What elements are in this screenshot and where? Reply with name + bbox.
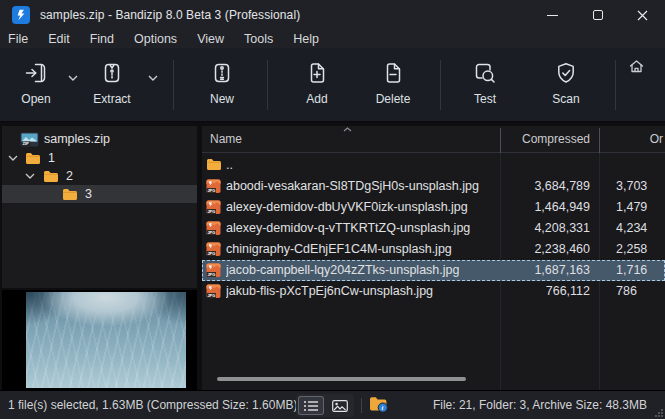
new-archive-icon: [209, 58, 235, 88]
image-view-icon: [332, 400, 348, 412]
file-row[interactable]: JPG alexey-demidov-q-vTTKRTtZQ-unsplash.…: [202, 218, 665, 239]
extract-icon: [99, 58, 125, 88]
folder-icon: [206, 158, 222, 171]
sort-ascending-icon: [343, 127, 352, 132]
statusbar-separator: [361, 398, 362, 413]
menu-view[interactable]: View: [187, 30, 234, 48]
svg-text:JPG: JPG: [207, 230, 215, 235]
menu-tools[interactable]: Tools: [234, 30, 283, 48]
svg-text:JPG: JPG: [207, 188, 215, 193]
view-toggle-group: [296, 394, 354, 417]
close-button[interactable]: [620, 0, 665, 30]
file-compressed-size: 1,464,949: [442, 197, 590, 218]
test-archive-icon: [472, 58, 498, 88]
svg-text:JPG: JPG: [207, 272, 215, 277]
menu-options[interactable]: Options: [124, 30, 187, 48]
jpg-file-icon: JPG: [206, 242, 221, 257]
selection-info: 1 file(s) selected, 1.63MB (Compressed S…: [8, 391, 296, 419]
jpg-file-icon: JPG: [206, 284, 221, 299]
menu-help[interactable]: Help: [283, 30, 329, 48]
menu-edit[interactable]: Edit: [38, 30, 80, 48]
column-divider[interactable]: [500, 128, 501, 153]
file-row[interactable]: JPG alexey-demidov-dbUyVKF0izk-unsplash.…: [202, 197, 665, 218]
tree-item-folder-2[interactable]: 2: [2, 167, 197, 185]
file-original-size: 1,716: [616, 260, 665, 281]
add-button[interactable]: Add: [287, 58, 347, 116]
add-button-label: Add: [306, 92, 327, 106]
scan-button-label: Scan: [552, 92, 579, 106]
minimize-button[interactable]: [530, 0, 575, 30]
tree-item-samples-zip[interactable]: ZIP samples.zip: [2, 130, 197, 148]
folder-icon: [25, 152, 41, 165]
tree-item-label: 2: [66, 169, 73, 183]
file-row[interactable]: JPG chinigraphy-CdEhjEF1C4M-unsplash.jpg…: [202, 239, 665, 260]
menu-find[interactable]: Find: [80, 30, 124, 48]
archive-info: File: 21, Folder: 3, Archive Size: 48.3M…: [433, 391, 647, 419]
horizontal-scrollbar-thumb[interactable]: [217, 377, 466, 381]
extract-dropdown-chevron-icon[interactable]: [145, 70, 161, 86]
extract-button-label: Extract: [93, 92, 130, 106]
svg-text:i: i: [382, 404, 384, 411]
delete-file-icon: [380, 58, 406, 88]
statusbar: 1 file(s) selected, 1.63MB (Compressed S…: [0, 390, 665, 419]
maximize-icon: [593, 10, 603, 20]
file-compressed-size: 3,684,789: [442, 176, 590, 197]
file-name: jakub-flis-pXcTpEj6nCw-unsplash.jpg: [226, 281, 433, 302]
file-name: alexey-demidov-q-vTTKRTtZQ-unsplash.jpg: [226, 218, 470, 239]
image-view-button[interactable]: [327, 396, 353, 415]
home-button[interactable]: [628, 58, 648, 78]
file-row[interactable]: JPG aboodi-vesakaran-Sl8TDgSjH0s-unsplas…: [202, 176, 665, 197]
tree-item-label: samples.zip: [44, 132, 110, 146]
tree-item-label: 1: [48, 151, 55, 165]
add-file-icon: [304, 58, 330, 88]
file-compressed-size: 4,208,331: [442, 218, 590, 239]
file-original-size: 1,479: [616, 197, 665, 218]
preview-image: [26, 292, 186, 388]
tree-item-folder-3[interactable]: 3: [2, 185, 197, 203]
delete-button[interactable]: Delete: [363, 58, 423, 116]
open-button-label: Open: [21, 92, 50, 106]
tree-item-label: 3: [85, 187, 92, 201]
list-header: Name Compressed Or: [202, 126, 665, 153]
list-view-button[interactable]: [298, 396, 324, 415]
open-button[interactable]: Open: [8, 58, 64, 116]
file-name: aboodi-vesakaran-Sl8TDgSjH0s-unsplash.jp…: [226, 176, 479, 197]
extract-button[interactable]: Extract: [84, 58, 140, 116]
file-name: jacob-campbell-lqy204zZTks-unsplash.jpg: [226, 260, 459, 281]
svg-text:JPG: JPG: [207, 293, 215, 298]
tree-item-folder-1[interactable]: 1: [2, 149, 197, 167]
file-row[interactable]: JPG jakub-flis-pXcTpEj6nCw-unsplash.jpg …: [202, 281, 665, 302]
minimize-icon: [547, 15, 558, 16]
menu-file[interactable]: File: [8, 30, 38, 48]
file-row-selected[interactable]: JPG jacob-campbell-lqy204zZTks-unsplash.…: [202, 260, 665, 281]
open-dropdown-chevron-icon[interactable]: [65, 70, 81, 86]
folder-properties-button[interactable]: i: [369, 396, 388, 413]
maximize-button[interactable]: [575, 0, 620, 30]
scan-button[interactable]: Scan: [536, 58, 596, 116]
home-icon: [628, 58, 645, 75]
column-header-name[interactable]: Name: [210, 126, 242, 153]
file-list-panel: Name Compressed Or .. JPG aboodi-vesakar…: [202, 126, 665, 390]
column-header-original[interactable]: Or: [616, 126, 663, 153]
resize-grip[interactable]: [653, 407, 664, 418]
toolbar-separator: [267, 60, 268, 110]
new-archive-button[interactable]: New: [192, 58, 252, 116]
jpg-file-icon: JPG: [206, 263, 221, 278]
chevron-down-icon[interactable]: [8, 155, 18, 161]
jpg-file-icon: JPG: [206, 200, 221, 215]
chevron-down-icon[interactable]: [25, 173, 35, 179]
window-title: samples.zip - Bandizip 8.0 Beta 3 (Profe…: [40, 8, 300, 22]
jpg-file-icon: JPG: [206, 221, 221, 236]
preview-pane: [2, 290, 197, 390]
new-archive-button-label: New: [210, 92, 234, 106]
test-button[interactable]: Test: [455, 58, 515, 116]
column-header-compressed[interactable]: Compressed: [442, 126, 590, 153]
file-original-size: 786: [616, 281, 665, 302]
toolbar-separator: [615, 60, 616, 110]
scan-malware-icon: [553, 58, 579, 88]
svg-text:JPG: JPG: [207, 251, 215, 256]
file-row-parent-dir[interactable]: ..: [202, 155, 665, 176]
menubar: File Edit Find Options View Tools Help: [0, 30, 665, 48]
column-divider[interactable]: [599, 128, 600, 153]
test-button-label: Test: [474, 92, 496, 106]
